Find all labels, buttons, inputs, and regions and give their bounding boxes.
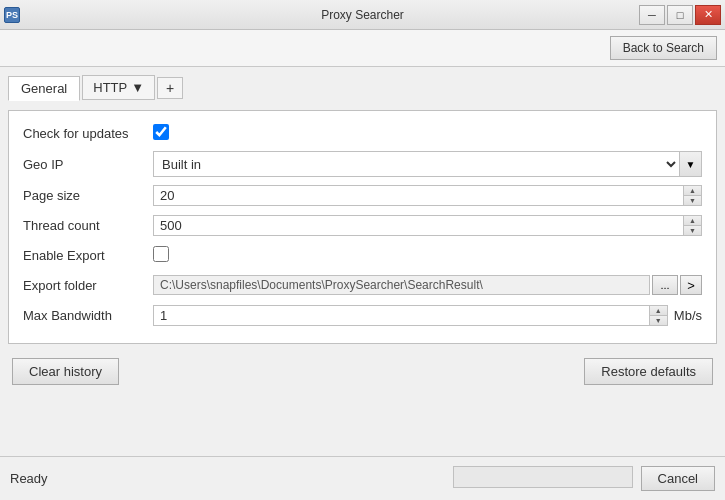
toolbar: Back to Search: [0, 30, 725, 67]
page-size-row: Page size ▲ ▼: [23, 183, 702, 207]
title-bar-left: PS: [4, 7, 20, 23]
title-bar: PS Proxy Searcher ─ □ ✕: [0, 0, 725, 30]
cancel-button[interactable]: Cancel: [641, 466, 715, 491]
status-text: Ready: [10, 471, 48, 486]
geo-ip-row: Geo IP Built in ▼: [23, 151, 702, 177]
max-bandwidth-up-btn[interactable]: ▲: [650, 306, 667, 316]
restore-defaults-button[interactable]: Restore defaults: [584, 358, 713, 385]
export-folder-row-inner: ... >: [153, 275, 702, 295]
window-title: Proxy Searcher: [321, 8, 404, 22]
window-controls: ─ □ ✕: [639, 5, 721, 25]
close-button[interactable]: ✕: [695, 5, 721, 25]
footer-buttons: Clear history Restore defaults: [8, 358, 717, 385]
status-bar: Ready Cancel: [0, 456, 725, 500]
app-icon: PS: [4, 7, 20, 23]
page-size-control: ▲ ▼: [153, 185, 702, 206]
enable-export-checkbox[interactable]: [153, 246, 169, 262]
bandwidth-unit: Mb/s: [674, 308, 702, 323]
export-folder-control: ... >: [153, 275, 702, 295]
max-bandwidth-spinner: ▲ ▼: [153, 305, 668, 326]
minimize-button[interactable]: ─: [639, 5, 665, 25]
check-updates-control: [153, 124, 702, 143]
page-size-label: Page size: [23, 188, 153, 203]
page-size-input[interactable]: [154, 186, 683, 205]
geo-ip-select[interactable]: Built in: [154, 154, 679, 175]
page-size-up-btn[interactable]: ▲: [684, 186, 701, 196]
progress-bar: [453, 466, 633, 488]
check-updates-checkbox[interactable]: [153, 124, 169, 140]
thread-count-spinner: ▲ ▼: [153, 215, 702, 236]
max-bandwidth-control: ▲ ▼ Mb/s: [153, 305, 702, 326]
export-folder-input[interactable]: [153, 275, 650, 295]
geo-ip-label: Geo IP: [23, 157, 153, 172]
max-bandwidth-down-btn[interactable]: ▼: [650, 316, 667, 325]
thread-count-row: Thread count ▲ ▼: [23, 213, 702, 237]
status-right: Cancel: [453, 466, 715, 491]
tab-general[interactable]: General: [8, 76, 80, 101]
page-size-spinner-btns: ▲ ▼: [683, 186, 701, 205]
thread-count-control: ▲ ▼: [153, 215, 702, 236]
page-size-spinner: ▲ ▼: [153, 185, 702, 206]
tab-add-button[interactable]: +: [157, 77, 183, 99]
check-updates-row: Check for updates: [23, 121, 702, 145]
browse-folder-button[interactable]: ...: [652, 275, 678, 295]
maximize-button[interactable]: □: [667, 5, 693, 25]
enable-export-label: Enable Export: [23, 248, 153, 263]
geo-ip-select-wrapper: Built in ▼: [153, 151, 702, 177]
thread-count-label: Thread count: [23, 218, 153, 233]
thread-count-spinner-btns: ▲ ▼: [683, 216, 701, 235]
thread-count-up-btn[interactable]: ▲: [684, 216, 701, 226]
tab-bar: General HTTP ▼ +: [8, 75, 717, 100]
chevron-down-icon: ▼: [131, 80, 144, 95]
geo-ip-dropdown-btn[interactable]: ▼: [679, 152, 701, 176]
export-folder-row: Export folder ... >: [23, 273, 702, 297]
main-content: General HTTP ▼ + Check for updates Geo I…: [0, 67, 725, 455]
export-folder-label: Export folder: [23, 278, 153, 293]
thread-count-down-btn[interactable]: ▼: [684, 226, 701, 235]
go-folder-button[interactable]: >: [680, 275, 702, 295]
check-updates-label: Check for updates: [23, 126, 153, 141]
max-bandwidth-input[interactable]: [154, 306, 649, 325]
page-size-down-btn[interactable]: ▼: [684, 196, 701, 205]
max-bandwidth-row: Max Bandwidth ▲ ▼ Mb/s: [23, 303, 702, 327]
enable-export-row: Enable Export: [23, 243, 702, 267]
enable-export-control: [153, 246, 702, 265]
thread-count-input[interactable]: [154, 216, 683, 235]
max-bandwidth-spinner-btns: ▲ ▼: [649, 306, 667, 325]
back-to-search-button[interactable]: Back to Search: [610, 36, 717, 60]
settings-form: Check for updates Geo IP Built in ▼ Page…: [8, 110, 717, 344]
max-bandwidth-label: Max Bandwidth: [23, 308, 153, 323]
tab-http[interactable]: HTTP ▼: [82, 75, 155, 100]
bandwidth-row: ▲ ▼ Mb/s: [153, 305, 702, 326]
geo-ip-control: Built in ▼: [153, 151, 702, 177]
clear-history-button[interactable]: Clear history: [12, 358, 119, 385]
